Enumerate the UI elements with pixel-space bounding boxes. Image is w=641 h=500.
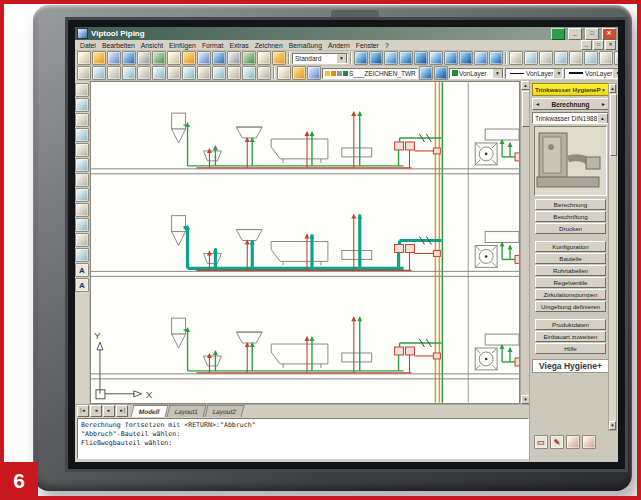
panel-header-arrow-icon[interactable]: ▼ xyxy=(601,87,606,93)
palette-header[interactable]: Trinkwasser HygienePlus ▼ xyxy=(532,83,609,96)
palette-button-einbauart-zuweisen[interactable]: Einbauart zuweisen xyxy=(535,331,606,342)
layer-states-icon[interactable] xyxy=(292,66,306,80)
pipe-elbow-icon[interactable] xyxy=(384,51,398,65)
paste-icon[interactable] xyxy=(182,51,196,65)
panel-next-icon[interactable]: ► xyxy=(599,101,608,107)
layer-combo[interactable]: S___ZEICHNEN_TWR ▾ xyxy=(322,68,418,79)
palette-scrollbar[interactable]: ▲ ▼ xyxy=(608,83,617,431)
linetype-combo[interactable]: VonLayer ▾ xyxy=(505,68,563,79)
layer-update-icon[interactable] xyxy=(434,66,448,80)
offset-icon[interactable] xyxy=(554,51,568,65)
palette-button-rohrtabellen[interactable]: Rohrtabellen xyxy=(535,265,606,276)
menu-item-ndern[interactable]: Ändern xyxy=(325,42,353,49)
parallel-icon[interactable] xyxy=(242,66,256,80)
hatch-icon[interactable] xyxy=(75,248,89,262)
open-icon[interactable] xyxy=(92,51,106,65)
redo-icon[interactable] xyxy=(227,51,241,65)
scroll-up-icon[interactable]: ▲ xyxy=(609,84,616,93)
print-icon[interactable] xyxy=(122,51,136,65)
spline-icon[interactable] xyxy=(75,203,89,217)
zoom-realtime-icon[interactable] xyxy=(242,51,256,65)
palette-button-regelventile[interactable]: Regelventile xyxy=(535,277,606,288)
layer-previous-icon[interactable] xyxy=(419,66,433,80)
menu-item-zeichnen[interactable]: Zeichnen xyxy=(252,42,286,49)
move-icon[interactable] xyxy=(569,51,583,65)
scrollbar-thumb[interactable] xyxy=(610,94,617,156)
catalog-pin-icon[interactable]: ▴ xyxy=(597,113,608,124)
close-icon[interactable]: ✕ xyxy=(602,28,616,40)
chamfer-icon[interactable] xyxy=(614,51,618,65)
panel-prev-icon[interactable]: ◄ xyxy=(533,101,542,107)
snap-cross-icon[interactable] xyxy=(137,66,151,80)
pump-icon[interactable] xyxy=(459,51,473,65)
new-icon[interactable] xyxy=(77,51,91,65)
scheme-icon[interactable] xyxy=(489,51,503,65)
palette-button-zirkulationspumpen[interactable]: Zirkulationspumpen xyxy=(535,289,606,300)
polyline-icon[interactable] xyxy=(75,113,89,127)
markup-zoom-icon[interactable] xyxy=(566,435,580,449)
ellipse-icon[interactable] xyxy=(75,218,89,232)
copy-object-icon[interactable] xyxy=(524,51,538,65)
arc-icon[interactable] xyxy=(75,158,89,172)
line-segment-icon[interactable] xyxy=(107,66,121,80)
circle-quadrant-icon[interactable] xyxy=(197,66,211,80)
rectangle-icon[interactable] xyxy=(75,143,89,157)
node-icon[interactable] xyxy=(257,66,271,80)
palette-button-umgebung-definieren[interactable]: Umgebung definieren xyxy=(535,301,606,312)
pipe-draw-icon[interactable] xyxy=(354,51,368,65)
layers-icon[interactable] xyxy=(277,66,291,80)
tab-last-icon[interactable]: ►| xyxy=(116,405,128,417)
pipe-fitting-icon[interactable] xyxy=(369,51,383,65)
tab-prev-icon[interactable]: ◄ xyxy=(90,405,102,417)
circle-center-icon[interactable] xyxy=(182,66,196,80)
pan-icon[interactable] xyxy=(272,51,286,65)
markup-edit-icon[interactable]: ✎ xyxy=(550,435,564,449)
dropdown-arrow-icon[interactable]: ▾ xyxy=(553,68,563,79)
menu-item-datei[interactable]: Datei xyxy=(77,42,99,49)
palette-button-bauteile[interactable]: Bauteile xyxy=(535,253,606,264)
save-icon[interactable] xyxy=(107,51,121,65)
markup-rectangle-icon[interactable]: ▭ xyxy=(534,435,548,449)
zoom-window-icon[interactable] xyxy=(257,51,271,65)
mtext-icon[interactable]: A xyxy=(75,278,89,292)
cut-icon[interactable] xyxy=(152,51,166,65)
construction-line-icon[interactable] xyxy=(122,66,136,80)
color-combo[interactable]: VonLayer ▾ xyxy=(449,68,504,79)
dropdown-arrow-icon[interactable]: ▾ xyxy=(492,68,503,79)
line-icon[interactable] xyxy=(75,98,89,112)
pointer-icon[interactable] xyxy=(75,83,89,97)
layout-tab-layout2[interactable]: Layout2 xyxy=(204,405,244,417)
dropdown-arrow-icon[interactable]: ▾ xyxy=(416,68,418,79)
lineweight-combo[interactable]: VonLayer ▾ xyxy=(564,68,618,79)
trim-icon[interactable] xyxy=(599,51,613,65)
palette-button-konfiguration[interactable]: Konfiguration xyxy=(535,241,606,252)
boiler-icon[interactable] xyxy=(474,51,488,65)
layout-tab-modell[interactable]: Modell xyxy=(131,405,169,417)
catalog-combo[interactable]: Trinkwasser DIN1988 ▴ xyxy=(532,112,609,124)
palette-button-beschriftung[interactable]: Beschriftung xyxy=(535,211,606,222)
mdi-restore-icon[interactable]: □ xyxy=(593,40,604,50)
erase-icon[interactable] xyxy=(509,51,523,65)
pipe-component-icon[interactable] xyxy=(414,51,428,65)
menu-item-bearbeiten[interactable]: Bearbeiten xyxy=(99,42,138,49)
insert-block-icon[interactable] xyxy=(75,233,89,247)
canvas-vertical-scrollbar[interactable]: ▲ ▼ xyxy=(520,81,529,404)
valve-icon[interactable] xyxy=(444,51,458,65)
palette-button-hilfe[interactable]: Hilfe xyxy=(535,343,606,354)
mdi-close-icon[interactable]: ✕ xyxy=(605,40,616,50)
match-properties-icon[interactable] xyxy=(197,51,211,65)
plot-preview-icon[interactable] xyxy=(137,51,151,65)
dropdown-arrow-icon[interactable]: ▾ xyxy=(336,53,347,64)
dash-icon[interactable] xyxy=(167,66,181,80)
circle-icon[interactable] xyxy=(75,173,89,187)
palette-button-berechnung[interactable]: Berechnung xyxy=(535,199,606,210)
command-line[interactable]: Berechnung fortsetzen mit <RETURN>:"Abbr… xyxy=(77,418,529,459)
polygon-icon[interactable] xyxy=(75,128,89,142)
drawing-canvas[interactable]: YX xyxy=(90,81,520,404)
style-combo[interactable]: Standard ▾ xyxy=(292,53,348,64)
circle-tangent-icon[interactable] xyxy=(212,66,226,80)
rotate-icon[interactable] xyxy=(584,51,598,65)
copy-icon[interactable] xyxy=(167,51,181,65)
markup-erase-icon[interactable] xyxy=(582,435,596,449)
menu-item-fenster[interactable]: Fenster xyxy=(353,42,382,49)
